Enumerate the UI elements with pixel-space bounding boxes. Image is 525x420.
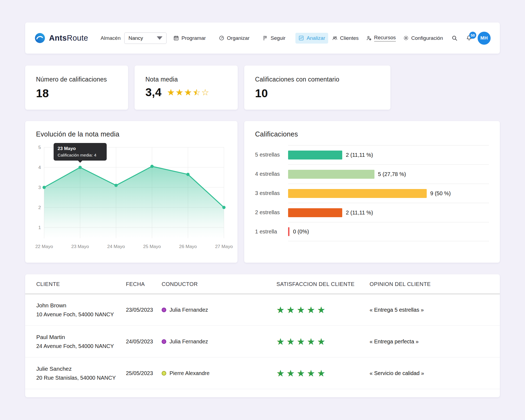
rating-bar[interactable] (288, 227, 289, 236)
user-avatar[interactable]: MH (478, 32, 491, 45)
nav-item-label: Organizar (227, 35, 249, 41)
star-icon: ☆★ (307, 369, 315, 378)
rating-count: 9 (50 %) (430, 190, 451, 197)
driver-cell: Pierre Alexandre (162, 370, 276, 376)
client-address: 10 Avenue Foch, 54000 NANCY (36, 311, 126, 318)
star-icon: ☆★ (307, 305, 315, 314)
rating-bar[interactable] (288, 208, 342, 217)
user-gear-icon (366, 35, 372, 41)
driver-name: Julia Fernandez (169, 307, 208, 313)
driver-color-dot (162, 308, 166, 312)
client-name: John Brown (36, 302, 126, 309)
table-row[interactable]: Julie Sanchez20 Rue Stanislas, 54000 NAN… (25, 357, 500, 389)
table-row[interactable]: John Brown10 Avenue Foch, 54000 NANCY23/… (25, 294, 500, 326)
driver-cell: Julia Fernandez (162, 307, 276, 313)
rating-category: 3 estrellas (255, 184, 288, 203)
kpi-value: 10 (255, 87, 380, 100)
rating-bar[interactable] (288, 170, 374, 179)
client-cell: John Brown10 Avenue Foch, 54000 NANCY (36, 302, 126, 318)
rating-bar-zone: 0 (0%) (288, 222, 489, 241)
evolution-area-chart[interactable]: 1234522 Mayo23 Mayo24 Mayo25 Mayo26 Mayo… (36, 143, 226, 255)
secondary-links: ClientesRecursosConfiguración (332, 35, 443, 41)
delivery-date: 23/05/2023 (126, 307, 162, 313)
svg-text:1: 1 (38, 225, 41, 230)
rating-category: 2 estrellas (255, 203, 288, 222)
gauge-icon (219, 35, 224, 41)
col-header-fecha: FECHA (126, 281, 162, 287)
satisfaction-stars: ☆★☆★☆★☆★☆★ (276, 369, 370, 378)
svg-text:23 Mayo: 23 Mayo (71, 244, 89, 249)
driver-name: Pierre Alexandre (169, 370, 210, 376)
svg-text:4: 4 (38, 165, 41, 170)
evolution-chart-svg: 1234522 Mayo23 Mayo24 Mayo25 Mayo26 Mayo… (36, 143, 226, 255)
panel-title: Evolución de la nota media (36, 130, 227, 138)
svg-text:25 Mayo: 25 Mayo (143, 244, 161, 249)
nav-item-clientes[interactable]: Clientes (332, 35, 359, 41)
col-header-opinion: OPINION DEL CLIENTE (370, 281, 489, 287)
satisfaction-stars: ☆★☆★☆★☆★☆★ (276, 305, 370, 314)
driver-cell: Julia Fernandez (162, 338, 276, 345)
reviews-table: CLIENTE FECHA CONDUCTOR SATISFACCION DEL… (25, 274, 500, 397)
kpi-card-average-rating: Nota media 3,4 ☆★☆★☆★☆★☆★ (135, 66, 238, 110)
rating-bar[interactable] (288, 189, 427, 198)
client-address: 24 Avenue Foch, 54000 NANCY (36, 343, 126, 349)
nav-item-analizar[interactable]: Analizar (295, 33, 328, 44)
nav-item-label: Clientes (340, 35, 359, 41)
warehouse-label: Almacén (101, 35, 121, 41)
star-icon: ☆★ (287, 369, 295, 378)
client-cell: Julie Sanchez20 Rue Stanislas, 54000 NAN… (36, 366, 126, 381)
analytics-page: AntsRoute Almacén Nancy ProgramarOrganiz… (0, 0, 525, 397)
table-row[interactable]: Paul Martin24 Avenue Foch, 54000 NANCY24… (25, 326, 500, 357)
rating-row: 4 estrellas5 (27,78 %) (255, 164, 489, 184)
rating-bar-zone: 5 (27,78 %) (288, 164, 489, 184)
warehouse-select[interactable]: Nancy (124, 32, 167, 44)
notifications-bell-icon[interactable]: 50 (466, 35, 472, 41)
star-icon: ☆★ (176, 88, 184, 97)
warehouse-picker: Almacén Nancy (101, 32, 167, 44)
driver-color-dot (162, 339, 166, 344)
delivery-date: 24/05/2023 (126, 338, 162, 345)
nav-item-recursos[interactable]: Recursos (366, 35, 396, 41)
nav-item-label: Configuración (411, 35, 443, 41)
kpi-value: 3,4 (145, 86, 162, 99)
brand[interactable]: AntsRoute (34, 32, 88, 44)
ratings-panel: Calificaciones 5 estrellas2 (11,11 %)4 e… (244, 121, 500, 263)
charts-row: Evolución de la nota media 1234522 Mayo2… (25, 121, 500, 263)
nav-item-label: Programar (181, 35, 206, 41)
warehouse-value: Nancy (128, 35, 143, 41)
kpi-title: Número de calificaciones (36, 76, 117, 83)
evolution-panel: Evolución de la nota media 1234522 Mayo2… (25, 121, 237, 263)
svg-text:27 Mayo: 27 Mayo (215, 244, 233, 249)
flag-icon (262, 35, 268, 41)
client-cell: Paul Martin24 Avenue Foch, 54000 NANCY (36, 334, 126, 349)
rating-row: 1 estrella0 (0%) (255, 222, 489, 241)
star-icon: ☆★ (297, 369, 305, 378)
nav-item-programar[interactable]: Programar (170, 33, 209, 44)
rating-category: 5 estrellas (255, 145, 288, 164)
svg-text:2: 2 (38, 205, 41, 210)
col-header-satisfaccion: SATISFACCION DEL CLIENTE (276, 281, 370, 287)
star-icon: ☆★ (276, 369, 285, 378)
nav-item-label: Analizar (306, 35, 325, 41)
search-icon[interactable] (451, 35, 458, 41)
col-header-conductor: CONDUCTOR (162, 281, 276, 287)
table-header: CLIENTE FECHA CONDUCTOR SATISFACCION DEL… (25, 274, 500, 294)
kpi-row: Número de calificaciones 18 Nota media 3… (25, 66, 500, 110)
star-icon: ☆★ (276, 337, 285, 346)
delivery-date: 25/05/2023 (126, 370, 162, 376)
rating-count: 0 (0%) (293, 229, 309, 235)
rating-bar-zone: 2 (11,11 %) (288, 203, 489, 222)
nav-item-configuracion[interactable]: Configuración (403, 35, 443, 41)
rating-bar[interactable] (288, 151, 342, 159)
top-navbar: AntsRoute Almacén Nancy ProgramarOrganiz… (25, 22, 500, 54)
satisfaction-stars: ☆★☆★☆★☆★☆★ (276, 337, 370, 346)
svg-text:3: 3 (38, 185, 41, 190)
rating-category: 1 estrella (255, 222, 288, 241)
star-icon: ☆★ (201, 88, 209, 97)
main-nav: ProgramarOrganizarSeguirAnalizar (170, 33, 328, 44)
star-icon: ☆★ (167, 88, 175, 97)
average-rating-stars: ☆★☆★☆★☆★☆★ (167, 88, 210, 97)
nav-item-organizar[interactable]: Organizar (216, 33, 252, 44)
nav-item-seguir[interactable]: Seguir (259, 33, 288, 44)
rating-count: 5 (27,78 %) (378, 171, 406, 177)
